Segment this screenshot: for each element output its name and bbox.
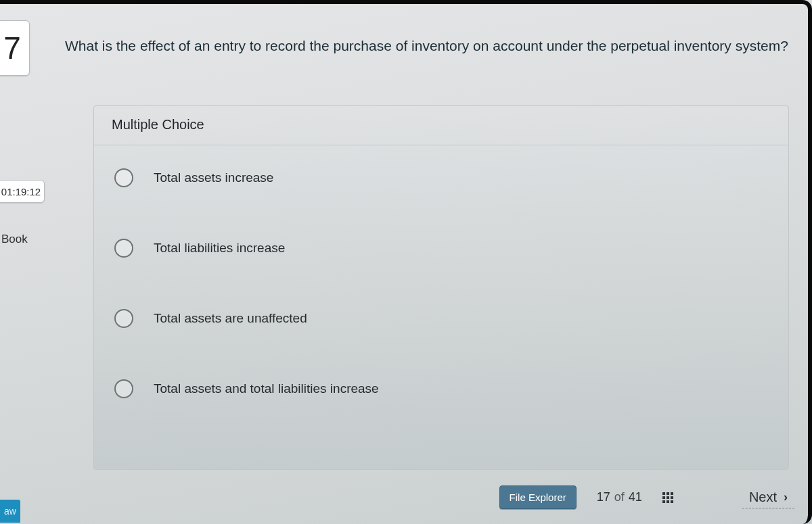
- multiple-choice-panel: Multiple Choice Total assets increase To…: [93, 105, 789, 470]
- option-3[interactable]: Total assets are unaffected: [114, 309, 775, 328]
- chevron-right-icon: ›: [784, 490, 788, 504]
- option-1[interactable]: Total assets increase: [114, 168, 775, 187]
- question-number-box: 7: [0, 20, 30, 76]
- radio-icon[interactable]: [114, 239, 133, 258]
- question-number: 7: [3, 30, 21, 66]
- option-label: Total assets increase: [154, 170, 273, 185]
- app-frame: 7 01:19:12 Book aw What is the effect of…: [0, 0, 812, 524]
- book-link-label: Book: [1, 233, 28, 245]
- timer-box: 01:19:12: [0, 180, 45, 203]
- next-label: Next: [749, 490, 777, 505]
- next-button[interactable]: Next ›: [742, 487, 794, 508]
- radio-icon[interactable]: [114, 168, 133, 187]
- radio-icon[interactable]: [114, 309, 133, 328]
- option-2[interactable]: Total liabilities increase: [114, 239, 775, 258]
- file-explorer-label: File Explorer: [510, 492, 566, 503]
- progress-indicator: 17 of 41: [597, 490, 642, 504]
- section-title: Multiple Choice: [94, 106, 788, 145]
- progress-current: 17: [597, 490, 610, 504]
- options-list: Total assets increase Total liabilities …: [94, 145, 788, 405]
- footer-bar: File Explorer 17 of 41 Next ›: [0, 485, 794, 509]
- file-explorer-button[interactable]: File Explorer: [499, 485, 577, 509]
- left-rail: 7 01:19:12 Book aw: [0, 4, 49, 524]
- option-4[interactable]: Total assets and total liabilities incre…: [114, 379, 775, 398]
- option-label: Total assets and total liabilities incre…: [154, 381, 379, 396]
- question-text: What is the effect of an entry to record…: [65, 38, 789, 54]
- radio-icon[interactable]: [114, 379, 133, 398]
- book-link[interactable]: Book: [1, 233, 28, 246]
- timer-value: 01:19:12: [1, 186, 41, 197]
- progress-total: 41: [629, 490, 642, 504]
- option-label: Total liabilities increase: [154, 241, 285, 256]
- progress-of: of: [614, 490, 625, 504]
- grid-icon[interactable]: [662, 492, 675, 504]
- option-label: Total assets are unaffected: [154, 311, 307, 326]
